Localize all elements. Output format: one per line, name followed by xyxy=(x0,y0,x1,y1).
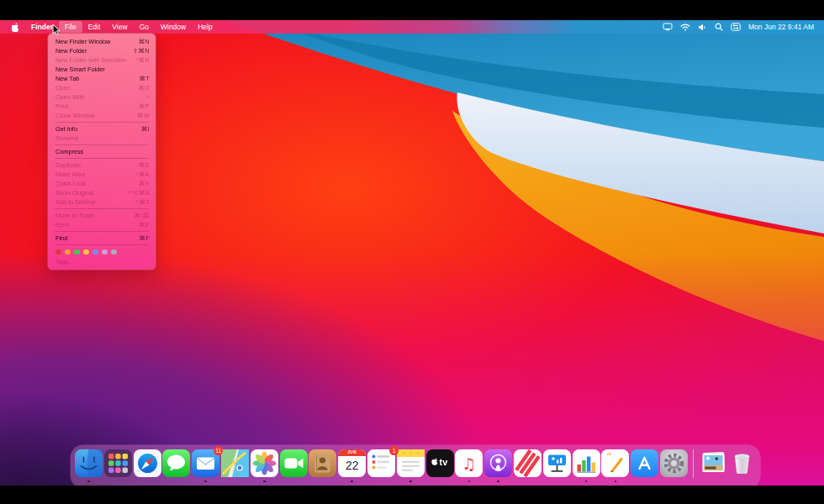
dock-notes-icon[interactable] xyxy=(397,449,425,477)
menu-separator xyxy=(55,144,149,145)
menu-separator xyxy=(55,244,149,245)
dock-keynote-icon[interactable] xyxy=(543,449,571,477)
dock-news-icon[interactable] xyxy=(514,449,541,477)
dock-safari-icon[interactable] xyxy=(134,449,161,477)
menu-item-new-folder-with-selection: New Folder with Selection^⌘N xyxy=(48,55,156,65)
menu-item-print: Print⌘P xyxy=(48,102,156,111)
menu-item-find[interactable]: Find⌘F xyxy=(48,234,156,243)
dock-photos-icon[interactable] xyxy=(251,449,278,477)
tag-yellow[interactable] xyxy=(83,249,89,255)
dock-pages-icon[interactable]: “ xyxy=(601,449,629,477)
menu-bar: Finder File Edit View Go Window Help xyxy=(0,20,824,34)
menu-file[interactable]: File xyxy=(59,21,82,33)
menu-view[interactable]: View xyxy=(106,21,133,33)
tag-color-row xyxy=(48,247,156,257)
menu-separator xyxy=(55,122,149,123)
apple-logo-icon xyxy=(12,23,19,32)
wifi-icon[interactable] xyxy=(680,24,690,31)
dock-downloads-stack-icon[interactable] xyxy=(700,449,727,477)
menu-item-duplicate: Duplicate⌘D xyxy=(48,160,156,170)
file-menu-dropdown: New Finder Window⌘N New Folder⇧⌘N New Fo… xyxy=(48,34,156,270)
dock-divider xyxy=(693,449,694,478)
menu-item-open: Open⌘O xyxy=(48,83,156,92)
menu-item-new-finder-window[interactable]: New Finder Window⌘N xyxy=(48,37,156,46)
clock[interactable]: Mon Jun 22 9:41 AM xyxy=(748,23,814,31)
menu-go[interactable]: Go xyxy=(134,21,155,33)
dock-finder-icon[interactable] xyxy=(75,449,103,477)
volume-icon[interactable] xyxy=(698,24,707,31)
dock-numbers-icon[interactable] xyxy=(573,449,600,477)
menu-item-open-with: Open With› xyxy=(48,92,156,102)
calendar-day: 22 xyxy=(338,456,366,475)
apple-menu[interactable] xyxy=(7,23,25,32)
dock-app-store-icon[interactable] xyxy=(631,449,658,477)
menu-item-show-original: Show Original^⌥⌘A xyxy=(48,188,156,197)
dock-messages-icon[interactable] xyxy=(162,449,190,477)
dock: 11 xyxy=(71,445,760,488)
menu-separator xyxy=(55,208,149,209)
menu-item-eject: Eject⌘E xyxy=(48,220,156,229)
menu-bar-status: Mon Jun 22 9:41 AM xyxy=(663,23,824,31)
menu-item-tags[interactable]: Tags… xyxy=(48,257,156,266)
dock-reminders-icon[interactable]: 1 xyxy=(367,449,395,477)
tag-red[interactable] xyxy=(55,249,61,255)
menu-item-rename: Rename xyxy=(48,134,156,143)
control-center-icon[interactable] xyxy=(731,23,741,31)
tag-gray[interactable] xyxy=(111,249,117,255)
music-note-glyph: ♫ xyxy=(462,454,476,473)
tag-green[interactable] xyxy=(74,249,80,255)
dock-music-icon[interactable]: ♫ xyxy=(455,449,483,477)
menu-item-quick-look: Quick Look⌘Y xyxy=(48,179,156,188)
tag-blue[interactable] xyxy=(92,249,98,255)
menu-window[interactable]: Window xyxy=(155,21,192,33)
pages-quote-glyph: “ xyxy=(606,451,612,464)
letterbox-top xyxy=(0,0,824,20)
tag-purple[interactable] xyxy=(102,249,108,255)
menu-help[interactable]: Help xyxy=(192,21,218,33)
calendar-month: JUN xyxy=(338,449,366,456)
search-icon[interactable] xyxy=(715,23,723,31)
menu-item-new-smart-folder[interactable]: New Smart Folder xyxy=(48,65,156,74)
tag-orange[interactable] xyxy=(65,249,71,255)
tv-label: tv xyxy=(439,457,448,467)
dock-trash-icon[interactable] xyxy=(728,449,756,477)
dock-maps-icon[interactable] xyxy=(221,449,249,477)
letterbox-bottom xyxy=(0,486,824,504)
dock-launchpad-icon[interactable] xyxy=(104,449,132,477)
dock-facetime-icon[interactable] xyxy=(280,449,308,477)
mouse-cursor xyxy=(52,24,61,36)
menu-item-get-info[interactable]: Get Info⌘I xyxy=(48,124,156,134)
reminders-badge: 1 xyxy=(389,446,399,455)
macos-desktop: Finder File Edit View Go Window Help xyxy=(0,0,824,504)
menu-edit[interactable]: Edit xyxy=(82,21,107,33)
menu-item-new-tab[interactable]: New Tab⌘T xyxy=(48,74,156,83)
menu-separator xyxy=(55,231,149,232)
dock-system-preferences-icon[interactable] xyxy=(660,449,688,477)
menu-item-new-folder[interactable]: New Folder⇧⌘N xyxy=(48,46,156,55)
dock-calendar-icon[interactable]: JUN 22 xyxy=(338,449,366,477)
dock-mail-icon[interactable]: 11 xyxy=(192,449,219,477)
menu-item-move-to-trash: Move to Trash⌘⌫ xyxy=(48,211,156,220)
menu-item-compress[interactable]: Compress xyxy=(48,147,156,156)
menu-separator xyxy=(55,158,149,159)
menu-item-add-to-sidebar: Add to Sidebar^⌘T xyxy=(48,197,156,207)
dock-contacts-icon[interactable] xyxy=(309,449,336,477)
dock-podcasts-icon[interactable] xyxy=(484,449,512,477)
menu-bar-left: Finder File Edit View Go Window Help xyxy=(0,21,219,33)
menu-item-close-window: Close Window⌘W xyxy=(48,111,156,120)
display-icon[interactable] xyxy=(663,23,673,31)
menu-item-make-alias: Make Alias^⌘A xyxy=(48,170,156,179)
dock-apple-tv-icon[interactable]: tv xyxy=(426,449,454,477)
